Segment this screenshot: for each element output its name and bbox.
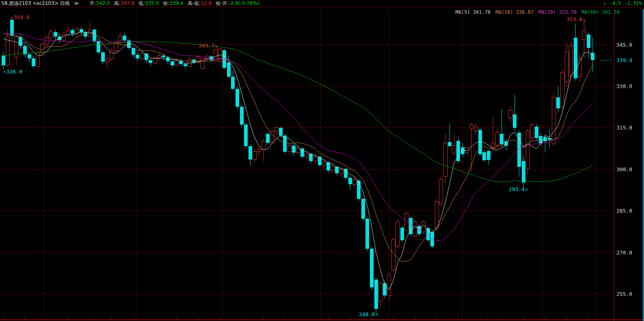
- annotations-layer: ↙354.6↖336.0343.7↘353.8↘293.4↗248.0↗: [3, 14, 586, 317]
- candle-down: [227, 62, 231, 77]
- candle-down: [556, 97, 560, 108]
- candle-down: [461, 147, 465, 154]
- candle-down: [456, 141, 460, 161]
- candle-down: [266, 134, 270, 143]
- current-price-label: 339.4: [616, 57, 632, 63]
- candle-up: [396, 222, 400, 246]
- price-annotation: 293.4↗: [509, 186, 528, 192]
- y-axis-label: 345.0: [616, 42, 632, 48]
- y-axis-label: 255.0: [616, 291, 632, 297]
- candle-up: [465, 148, 469, 153]
- candle-down: [93, 30, 96, 41]
- candle-up: [305, 154, 309, 157]
- candle-up: [352, 179, 356, 184]
- candle-up: [158, 56, 161, 58]
- price-annotation: ↖336.0: [3, 69, 22, 75]
- candle-down: [149, 60, 152, 63]
- candle-up: [443, 143, 447, 177]
- candle-down: [365, 219, 369, 249]
- price-annotation: ↙354.6: [11, 14, 30, 20]
- candle-down: [2, 56, 5, 65]
- candle-up: [495, 132, 499, 145]
- candle-up: [45, 37, 48, 44]
- candle-up: [378, 283, 382, 302]
- candle-down: [32, 58, 35, 66]
- price-annotation: 353.8↘: [566, 16, 586, 22]
- candle-down: [448, 142, 452, 146]
- candle-up: [253, 152, 257, 159]
- candle-up: [469, 125, 473, 129]
- candle-down: [587, 34, 590, 48]
- candle-up: [561, 72, 564, 107]
- candle-down: [361, 199, 365, 219]
- candle-down: [97, 41, 100, 52]
- candle-down: [400, 228, 404, 240]
- candle-down: [482, 152, 486, 160]
- candle-down: [236, 89, 239, 107]
- candle-up: [582, 30, 586, 39]
- candle-up: [452, 145, 456, 153]
- price-annotation: 343.7↘: [199, 43, 218, 49]
- candle-up: [270, 131, 274, 143]
- candle-down: [292, 146, 296, 153]
- price-chart-svg[interactable]: 345.0330.0315.0300.0285.0270.0255.0339.4…: [0, 0, 644, 321]
- candle-up: [569, 46, 573, 75]
- candle-up: [119, 36, 122, 42]
- candle-up: [435, 202, 439, 228]
- candle-up: [474, 127, 478, 131]
- candle-up: [261, 141, 265, 149]
- candle-up: [274, 128, 278, 131]
- y-axis-label: 270.0: [616, 250, 632, 256]
- candle-up: [75, 29, 79, 34]
- candle-up: [49, 32, 53, 38]
- candle-up: [387, 275, 391, 295]
- candle-up: [322, 162, 326, 165]
- candle-up: [565, 52, 568, 81]
- candle-down: [231, 77, 235, 89]
- time-axis-layer: [0, 317, 644, 320]
- candle-down: [54, 32, 57, 37]
- trading-app-window: 58.原油2103 <sc2103> 日线 ≫ 开:342.0高:347.6低:…: [0, 0, 644, 321]
- ma-5-line: [3, 32, 593, 290]
- candle-up: [175, 61, 179, 65]
- ma-20-line: [3, 33, 593, 240]
- candle-up: [313, 157, 317, 161]
- candle-down: [374, 280, 378, 309]
- candle-up: [552, 98, 555, 144]
- candle-up: [508, 110, 512, 118]
- ma-layer: [3, 32, 593, 290]
- candle-down: [162, 56, 165, 57]
- candle-up: [67, 30, 70, 34]
- candle-down: [184, 64, 187, 66]
- y-axis-label: 315.0: [616, 125, 632, 131]
- candle-down: [249, 146, 252, 159]
- ma-60-line: [3, 42, 593, 182]
- candle-down: [539, 136, 542, 143]
- y-axis-label: 300.0: [616, 166, 632, 172]
- candle-down: [522, 161, 525, 183]
- candle-down: [513, 114, 516, 128]
- candle-up: [331, 167, 335, 171]
- candle-down: [28, 54, 31, 58]
- candle-down: [535, 127, 538, 138]
- candle-down: [171, 61, 174, 65]
- candle-down: [348, 178, 352, 184]
- candle-up: [257, 149, 261, 151]
- candle-down: [132, 48, 135, 54]
- candle-down: [101, 52, 105, 62]
- candle-up: [439, 179, 443, 204]
- candle-down: [344, 169, 348, 178]
- candle-down: [487, 151, 491, 160]
- candle-up: [422, 222, 426, 232]
- candle-down: [244, 125, 248, 146]
- candle-down: [409, 218, 413, 234]
- candle-up: [140, 54, 144, 58]
- candle-up: [41, 44, 44, 52]
- candle-up: [530, 125, 534, 138]
- candle-down: [430, 232, 434, 246]
- candle-up: [287, 146, 291, 152]
- candle-up: [6, 37, 9, 65]
- y-axis-label: 285.0: [616, 208, 632, 214]
- candle-up: [413, 222, 417, 236]
- candle-down: [240, 107, 244, 125]
